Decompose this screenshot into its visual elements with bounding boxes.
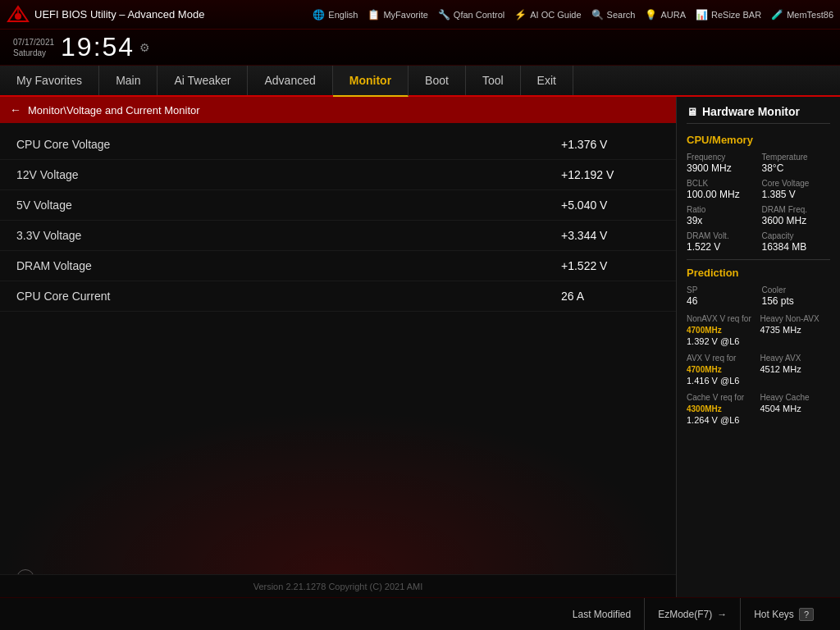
row-value: +12.192 V — [561, 168, 660, 181]
avx-value: 1.416 V @L6 — [687, 376, 757, 386]
last-modified-label: Last Modified — [573, 609, 631, 620]
footer-ezmode[interactable]: EzMode(F7) → — [645, 598, 741, 630]
nav-item-main[interactable]: Main — [99, 66, 158, 95]
pred-nonavx: NonAVX V req for 4700MHz 1.392 V @L6 Hea… — [687, 313, 830, 346]
stat-sp-value: 46 — [687, 295, 756, 307]
nav-item-monitor[interactable]: Monitor — [333, 66, 409, 97]
cpu-memory-section-title: CPU/Memory — [687, 134, 830, 146]
nav-item-aitweaker[interactable]: Ai Tweaker — [158, 66, 248, 95]
heavy-cache-value: 4504 MHz — [760, 404, 831, 413]
back-arrow-icon[interactable]: ← — [10, 103, 21, 116]
row-value: +5.040 V — [561, 199, 660, 212]
version-bar: Version 2.21.1278 Copyright (C) 2021 AMI — [0, 574, 676, 597]
divider — [687, 259, 830, 260]
stat-cooler-label: Cooler — [762, 285, 831, 294]
hardware-monitor-icon: 🖥 — [687, 106, 697, 118]
stat-cooler-value: 156 pts — [762, 295, 831, 307]
stat-capacity-value: 16384 MB — [762, 241, 831, 253]
pred-cache: Cache V req for 4300MHz 1.264 V @L6 Heav… — [687, 392, 830, 425]
prediction-section-title: Prediction — [687, 267, 830, 279]
header-item-english[interactable]: 🌐 English — [313, 9, 358, 21]
heavy-nonavx-value: 4735 MHz — [760, 325, 831, 335]
nav-item-tool[interactable]: Tool — [466, 66, 521, 95]
rog-logo-icon — [7, 5, 30, 25]
favorites-icon: 📋 — [368, 9, 380, 21]
right-sidebar: 🖥 Hardware Monitor CPU/Memory Frequency … — [676, 97, 840, 597]
logo-area: UEFI BIOS Utility – Advanced Mode — [7, 5, 204, 25]
footer-last-modified[interactable]: Last Modified — [559, 598, 645, 630]
day-display: Saturday — [13, 48, 54, 58]
globe-icon: 🌐 — [313, 9, 325, 21]
heavy-avx-value: 4512 MHz — [760, 364, 831, 374]
row-label: CPU Core Current — [16, 290, 561, 303]
header-items: 🌐 English 📋 MyFavorite 🔧 Qfan Control ⚡ … — [313, 9, 833, 21]
aura-icon: 💡 — [645, 9, 657, 21]
svg-point-1 — [15, 13, 21, 20]
main-layout: ← Monitor\Voltage and Current Monitor CP… — [0, 97, 840, 597]
row-label: 5V Voltage — [16, 199, 561, 212]
fan-icon: 🔧 — [438, 9, 450, 21]
header-item-myfavorite[interactable]: 📋 MyFavorite — [368, 9, 427, 21]
nonavx-value: 1.392 V @L6 — [687, 336, 757, 346]
row-label: DRAM Voltage — [16, 259, 561, 272]
search-icon: 🔍 — [591, 9, 604, 21]
footer: Last Modified EzMode(F7) → Hot Keys ? — [0, 597, 840, 630]
time-bar: 07/17/2021 Saturday 19:54 ⚙ — [0, 30, 840, 66]
cache-value: 1.264 V @L6 — [687, 415, 757, 425]
heavy-nonavx-label: Heavy Non-AVX — [760, 313, 831, 325]
row-label: 12V Voltage — [16, 168, 561, 181]
nav-bar: My Favorites Main Ai Tweaker Advanced Mo… — [0, 66, 840, 97]
clock-settings-icon[interactable]: ⚙ — [139, 41, 152, 54]
stat-frequency-label: Frequency — [687, 153, 756, 162]
header-item-memtest[interactable]: 🧪 MemTest86 — [771, 9, 833, 21]
bios-title: UEFI BIOS Utility – Advanced Mode — [34, 8, 204, 21]
prediction-stats-grid: SP 46 Cooler 156 pts — [687, 285, 830, 307]
nav-item-advanced[interactable]: Advanced — [248, 66, 332, 95]
stat-bclk-value: 100.00 MHz — [687, 189, 756, 200]
row-value: +1.522 V — [561, 259, 660, 272]
table-row: DRAM Voltage +1.522 V — [0, 251, 676, 281]
nonavx-label: NonAVX V req for 4700MHz — [687, 313, 757, 336]
nav-item-myfavorites[interactable]: My Favorites — [0, 66, 99, 95]
row-value: +1.376 V — [561, 138, 660, 151]
ezmode-arrow-icon: → — [717, 609, 727, 620]
stat-dram-freq: DRAM Freq. 3600 MHz — [762, 205, 831, 226]
nav-item-boot[interactable]: Boot — [409, 66, 466, 95]
version-text: Version 2.21.1278 Copyright (C) 2021 AMI — [253, 582, 423, 591]
stat-temperature: Temperature 38°C — [762, 153, 831, 174]
stat-frequency: Frequency 3900 MHz — [687, 153, 756, 174]
date-area: 07/17/2021 Saturday — [13, 37, 54, 58]
table-row: 5V Voltage +5.040 V — [0, 190, 676, 221]
header-item-aura[interactable]: 💡 AURA — [645, 9, 686, 21]
nav-item-exit[interactable]: Exit — [521, 66, 573, 95]
stat-bclk: BCLK 100.00 MHz — [687, 179, 756, 200]
clock-value: 19:54 — [61, 32, 135, 62]
footer-hotkeys[interactable]: Hot Keys ? — [741, 598, 827, 630]
stat-dram-volt-label: DRAM Volt. — [687, 231, 756, 240]
sidebar-header: 🖥 Hardware Monitor — [687, 105, 830, 124]
cache-label: Cache V req for 4300MHz — [687, 392, 757, 415]
row-label: 3.3V Voltage — [16, 229, 561, 242]
breadcrumb-path: Monitor\Voltage and Current Monitor — [28, 104, 200, 116]
stat-capacity-label: Capacity — [762, 231, 831, 240]
stat-frequency-value: 3900 MHz — [687, 162, 756, 174]
stat-ratio-label: Ratio — [687, 205, 756, 214]
header-item-resizebar[interactable]: 📊 ReSize BAR — [696, 9, 761, 21]
stat-dram-volt: DRAM Volt. 1.522 V — [687, 231, 756, 253]
date-display: 07/17/2021 — [13, 37, 54, 48]
left-content: ← Monitor\Voltage and Current Monitor CP… — [0, 97, 676, 597]
header-item-aioc[interactable]: ⚡ AI OC Guide — [514, 9, 581, 21]
header-item-qfan[interactable]: 🔧 Qfan Control — [438, 9, 504, 21]
resize-icon: 📊 — [696, 9, 708, 21]
table-row: CPU Core Current 26 A — [0, 281, 676, 312]
header-item-search[interactable]: 🔍 Search — [591, 9, 636, 21]
table-row: 3.3V Voltage +3.344 V — [0, 221, 676, 251]
stat-core-voltage: Core Voltage 1.385 V — [762, 179, 831, 200]
heavy-cache-label: Heavy Cache — [760, 392, 831, 404]
ezmode-label: EzMode(F7) — [658, 609, 712, 620]
stat-core-voltage-value: 1.385 V — [762, 189, 831, 200]
stat-capacity: Capacity 16384 MB — [762, 231, 831, 253]
stat-temperature-value: 38°C — [762, 162, 831, 174]
stat-dram-freq-value: 3600 MHz — [762, 215, 831, 226]
hotkeys-label: Hot Keys — [754, 609, 794, 620]
